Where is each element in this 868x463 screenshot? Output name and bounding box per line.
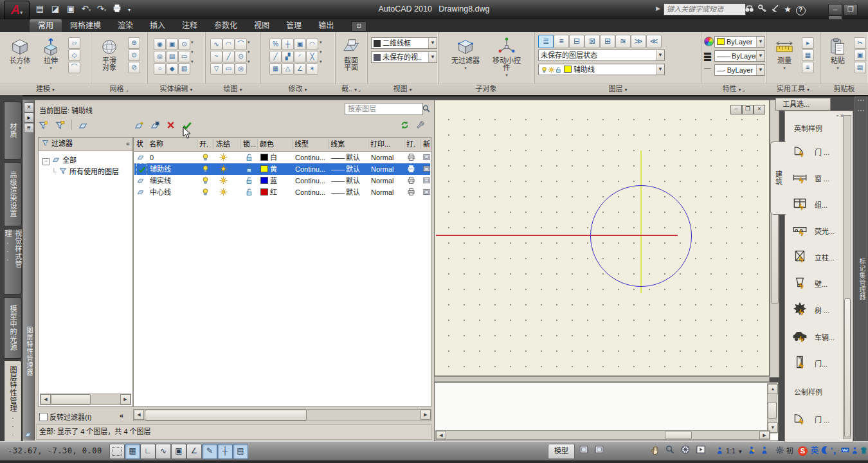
layer-linetype-cell[interactable]: Continu... — [295, 186, 325, 198]
ribbon-tab-7[interactable]: 视图 — [246, 19, 278, 32]
ortho-toggle[interactable]: ∟ — [140, 444, 156, 459]
taper-faces-icon[interactable]: ▤ — [166, 51, 178, 62]
ribbon-tab-8[interactable]: 管理 — [278, 19, 310, 32]
layer-lock-icon[interactable]: ⊞ — [600, 35, 615, 48]
layer-lineweight-cell[interactable]: —— 默认 — [331, 152, 360, 163]
panel-label-view[interactable]: 视图 ▾ — [367, 84, 438, 95]
layer-state-dropdown[interactable]: 未保存的图层状态▼ — [538, 50, 665, 61]
unsmooth-icon[interactable]: ⊘ — [128, 62, 140, 73]
grid-toggle[interactable]: ▦ — [125, 444, 140, 459]
palette-window-icons[interactable]: ▫ × — [836, 113, 844, 119]
panel-label-subobject[interactable]: 子对象 — [438, 84, 534, 95]
trim-icon[interactable]: ╳ — [306, 51, 318, 62]
wall-fixture-block-tool[interactable]: ϟ壁... — [791, 275, 808, 292]
layer-vp-freeze-icon[interactable] — [422, 186, 431, 198]
layer-linetype-cell[interactable]: Continu... — [295, 175, 325, 186]
panel-label-layers[interactable]: 图层 ▾ — [534, 84, 701, 95]
smooth-object-button[interactable]: 平滑对象 — [95, 36, 124, 71]
ime-keyboard-icon[interactable] — [840, 444, 850, 458]
column-header[interactable]: 线宽 — [330, 138, 345, 149]
viewport-close-button[interactable]: × — [754, 105, 765, 114]
layer-states-manager-icon[interactable] — [78, 120, 88, 131]
panel-label-properties[interactable]: 特性 ▾ ⌟ — [701, 84, 766, 95]
palette-tab-1[interactable]: 材质 — [4, 102, 22, 159]
combo-window-block-tool[interactable]: ϟ组... — [791, 196, 808, 213]
door-block-tool[interactable]: ϟ门 ... — [791, 143, 808, 160]
polyline-icon[interactable]: ∿ — [210, 39, 222, 50]
paste-button[interactable]: 粘贴▾ — [823, 36, 853, 71]
satellite-icon[interactable] — [768, 3, 781, 16]
point-icon[interactable]: ◎ — [235, 63, 247, 75]
infocenter-search-input[interactable]: 键入关键字或短语 — [664, 3, 746, 15]
explode-icon[interactable]: ✶ — [306, 63, 318, 75]
polar-toggle[interactable]: ∿ — [156, 444, 171, 459]
layer-isolate-icon[interactable]: ⊟ — [569, 35, 584, 48]
layer-lineweight-cell[interactable]: —— 默认 — [331, 175, 360, 186]
move-gizmo-button[interactable]: 移动小控件▾ — [492, 36, 521, 78]
spline-icon[interactable]: ~ — [210, 51, 222, 62]
layer-freeze-icon[interactable]: ⊠ — [584, 35, 600, 48]
column-header[interactable]: 开. — [199, 138, 208, 149]
layer-row-辅助线[interactable]: 辅助线 黄 Continu... —— 默认 Normal — [134, 163, 430, 175]
layer-row-0[interactable]: 0 白 Continu... —— 默认 Normal — [134, 152, 430, 163]
key-icon[interactable] — [755, 3, 768, 16]
settings-wrench-icon[interactable] — [415, 120, 425, 131]
layer-on-icon[interactable] — [201, 175, 210, 186]
stretch-icon[interactable]: ∠ — [294, 63, 306, 75]
drawing-viewport[interactable]: – ❐ × — [434, 100, 770, 376]
panel-label-clipboard[interactable]: 剪贴板 — [820, 84, 868, 95]
layer-row-细实线[interactable]: 细实线 蓝 Continu... —— 默认 Normal — [134, 175, 430, 186]
tool-palette-tab-architecture[interactable]: 建筑 — [770, 141, 786, 215]
ime-punctuation-icon[interactable]: '， — [831, 444, 838, 458]
fluorescent-block-tool[interactable]: ϟ荧光... — [791, 222, 808, 239]
slice-icon[interactable]: ▭ — [178, 51, 190, 62]
layer-linetype-cell[interactable]: Continu... — [295, 163, 325, 175]
palette-autohide-icon[interactable]: ▸ — [24, 113, 34, 123]
command-vscrollbar[interactable]: ▲▼ — [767, 383, 777, 433]
ribbon-tab-3[interactable]: 渲染 — [109, 19, 141, 32]
ribbon-tab-5[interactable]: 注释 — [174, 19, 206, 32]
invert-filter-checkbox[interactable]: 反转过滤器(I) — [39, 412, 91, 422]
palette-tab-2[interactable]: 高级渲染设置 — [4, 162, 22, 226]
mirror-icon[interactable]: ▞ — [282, 51, 294, 62]
erase-icon[interactable]: ╱ — [269, 51, 282, 62]
smooth-less-icon[interactable]: ⊖ — [128, 50, 140, 61]
layer-color-cell[interactable]: 白 — [260, 152, 277, 163]
interfere-icon[interactable]: ▧ — [178, 63, 190, 75]
arc-icon[interactable]: ⌒ — [235, 39, 247, 50]
zoom-icon[interactable] — [664, 444, 676, 458]
layer-vp-freeze-icon[interactable] — [422, 152, 431, 163]
ime-traditional-icon[interactable] — [850, 444, 859, 458]
column-block-tool[interactable]: ϟ立柱... — [791, 249, 808, 266]
layer-on-icon[interactable] — [201, 186, 210, 198]
revision-cloud-icon[interactable]: ◠ — [222, 39, 235, 50]
ribbon-minimize-icon[interactable]: ⊡ — [351, 21, 366, 32]
panel-label-solid-editing[interactable]: 实体编辑 ▾ — [147, 84, 205, 95]
measure-button[interactable]: 测量▾ — [770, 36, 799, 71]
filter-tree-item-all[interactable]: − 全部 — [42, 154, 77, 165]
tree-expander-icon[interactable]: − — [42, 158, 50, 165]
column-header[interactable]: 冻结 — [216, 138, 230, 149]
ime-fullwidth-icon[interactable] — [820, 444, 831, 458]
restore-button[interactable]: ❐ — [844, 4, 858, 15]
linetype-dropdown[interactable]: —· ByLayer▼ — [714, 64, 765, 76]
search-binoculars-icon[interactable] — [743, 3, 755, 16]
door-block-tool[interactable]: ϟ门 ... — [791, 411, 808, 428]
layer-off-icon[interactable]: ≡ — [554, 35, 569, 48]
column-header[interactable]: 打. — [406, 138, 415, 149]
viewport-minimize-button[interactable]: – — [730, 105, 742, 114]
layer-lock-icon[interactable] — [245, 152, 253, 163]
layer-plot-icon[interactable] — [407, 163, 415, 175]
osnap-toggle[interactable]: ▣ — [171, 444, 186, 459]
ducs-toggle[interactable]: ✎ — [202, 444, 217, 459]
layer-freeze-icon[interactable] — [219, 152, 228, 163]
move-icon[interactable]: ┼ — [282, 39, 294, 50]
ribbon-tab-6[interactable]: 参数化 — [206, 19, 246, 32]
ribbon-tab-9[interactable]: 输出 — [310, 19, 342, 32]
column-header[interactable]: 线型 — [294, 138, 309, 149]
array-icon[interactable]: ▦ — [269, 63, 282, 75]
layer-lock-icon[interactable] — [245, 163, 253, 175]
line-icon[interactable]: ╱ — [222, 51, 235, 62]
panel-label-modify[interactable]: 修改 ▾ — [260, 84, 335, 95]
showmotion-icon[interactable] — [694, 444, 707, 458]
